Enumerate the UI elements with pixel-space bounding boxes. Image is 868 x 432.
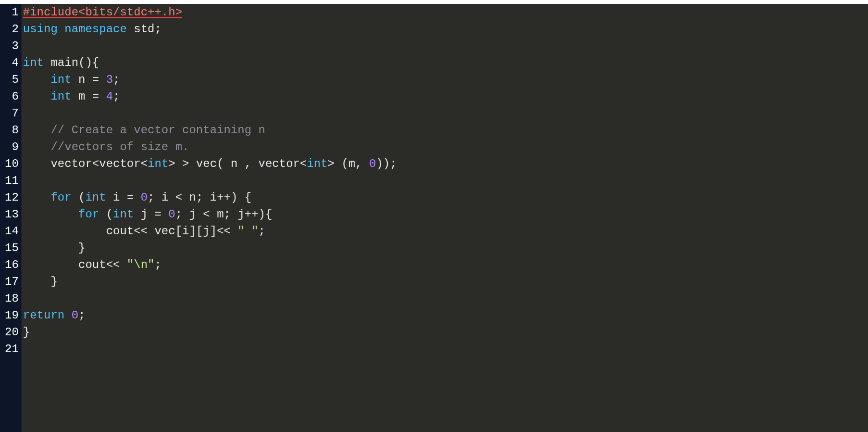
line-number: 21 xyxy=(5,341,19,357)
code-token: < xyxy=(92,157,99,170)
code-token: ; xyxy=(196,191,210,204)
code-line[interactable] xyxy=(22,341,868,357)
code-token: > ( xyxy=(328,157,348,170)
code-token: std xyxy=(134,23,154,36)
code-token: < xyxy=(168,191,189,204)
code-line[interactable]: } xyxy=(22,324,868,341)
window-top-bar xyxy=(0,0,868,4)
code-token: namespace xyxy=(64,23,127,36)
line-number: 16 xyxy=(5,256,19,273)
code-text-area[interactable]: #include<bits/stdc++.h>using namespace s… xyxy=(22,4,868,432)
code-line[interactable] xyxy=(22,290,868,307)
code-token: > > xyxy=(168,157,196,170)
code-line[interactable] xyxy=(22,105,868,122)
code-line[interactable]: using namespace std; xyxy=(22,21,868,38)
code-token: } xyxy=(23,326,30,339)
code-token: ] xyxy=(210,225,217,238)
code-token xyxy=(23,124,51,137)
code-token: } xyxy=(23,275,58,288)
code-token: j xyxy=(141,208,148,221)
code-token: ( xyxy=(99,208,113,221)
line-number: 7 xyxy=(5,105,19,122)
code-token: (){ xyxy=(78,56,99,69)
code-token: << xyxy=(134,225,154,238)
code-token: i xyxy=(182,225,189,238)
code-token: cout xyxy=(78,258,106,271)
code-token xyxy=(23,73,51,86)
code-token: < xyxy=(300,157,307,170)
code-token: ++){ xyxy=(245,208,273,221)
code-token xyxy=(23,191,51,204)
code-token xyxy=(23,157,51,170)
line-number: 9 xyxy=(5,139,19,155)
code-token: ; xyxy=(175,208,189,221)
code-line[interactable] xyxy=(22,172,868,189)
code-line[interactable]: } xyxy=(22,240,868,256)
code-line[interactable]: //vectors of size m. xyxy=(22,139,868,155)
code-line[interactable]: #include<bits/stdc++.h> xyxy=(22,4,868,21)
code-token: int xyxy=(113,208,134,221)
code-token: ; xyxy=(224,208,238,221)
code-token: int xyxy=(85,191,106,204)
code-token: << xyxy=(217,225,237,238)
code-token xyxy=(72,90,78,103)
code-line[interactable]: } xyxy=(22,273,868,290)
code-token xyxy=(23,225,106,238)
code-token: j xyxy=(203,225,210,238)
code-token: ; xyxy=(113,73,120,86)
line-number: 10 xyxy=(5,155,19,172)
line-number: 2 xyxy=(5,21,19,38)
code-line[interactable] xyxy=(22,38,868,54)
code-token: 0 xyxy=(369,157,376,170)
code-token: ; xyxy=(154,258,161,271)
line-number: 17 xyxy=(5,273,19,290)
line-number: 12 xyxy=(5,189,19,206)
code-line[interactable]: for (int i = 0; i < n; i++) { xyxy=(22,189,868,206)
code-token: i xyxy=(161,191,168,204)
code-token: int xyxy=(148,157,168,170)
code-token: < xyxy=(196,208,217,221)
code-line[interactable]: int n = 3; xyxy=(22,71,868,88)
code-line[interactable]: return 0; xyxy=(22,307,868,324)
code-editor[interactable]: 123456789101112131415161718192021 #inclu… xyxy=(0,4,868,432)
line-number: 18 xyxy=(5,290,19,307)
code-token: i xyxy=(210,191,217,204)
code-token: [ xyxy=(175,225,182,238)
code-token xyxy=(23,208,78,221)
code-token: int xyxy=(50,90,71,103)
code-token: n xyxy=(189,191,196,204)
code-line[interactable]: // Create a vector containing n xyxy=(22,122,868,139)
code-token: n xyxy=(231,157,237,170)
code-line[interactable]: vector<vector<int> > vec( n , vector<int… xyxy=(22,155,868,172)
line-number: 11 xyxy=(5,172,19,189)
code-token: ][ xyxy=(189,225,203,238)
code-token: 4 xyxy=(106,90,113,103)
code-token: j xyxy=(237,208,244,221)
code-line[interactable]: int main(){ xyxy=(22,54,868,71)
code-token: //vectors of size m. xyxy=(50,140,189,153)
code-token: ; xyxy=(259,225,265,238)
code-token: vec xyxy=(196,157,217,170)
code-token: , xyxy=(237,157,258,170)
code-token: cout xyxy=(106,225,134,238)
code-token: 3 xyxy=(106,73,113,86)
code-line[interactable]: cout<< vec[i][j]<< " "; xyxy=(22,223,868,240)
code-token: 0 xyxy=(168,208,175,221)
code-line[interactable]: int m = 4; xyxy=(22,88,868,105)
code-token: j xyxy=(189,208,196,221)
code-token xyxy=(23,90,51,103)
code-token: vector xyxy=(259,157,300,170)
code-token: < xyxy=(141,157,148,170)
code-token xyxy=(72,73,78,86)
line-number: 19 xyxy=(5,307,19,324)
code-token: )); xyxy=(376,157,397,170)
code-token: ( xyxy=(217,157,231,170)
line-number: 20 xyxy=(5,324,19,341)
code-line[interactable]: for (int j = 0; j < m; j++){ xyxy=(22,206,868,223)
code-line[interactable]: cout<< "\n"; xyxy=(22,256,868,273)
code-token xyxy=(106,191,113,204)
code-token: } xyxy=(23,241,86,254)
code-token: #include<bits/stdc++.h> xyxy=(23,6,182,19)
line-number: 8 xyxy=(5,122,19,139)
code-token: m xyxy=(348,157,355,170)
